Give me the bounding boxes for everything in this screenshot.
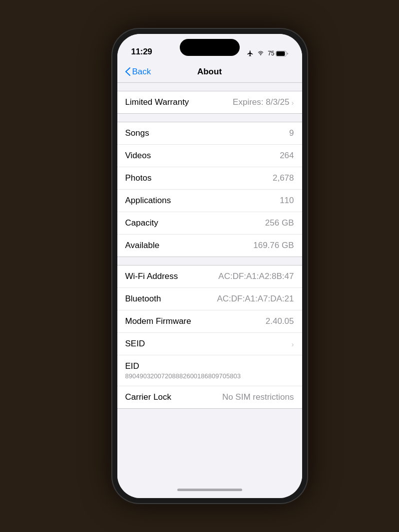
warranty-section: Limited Warranty Expires: 8/3/25 ›	[117, 91, 302, 114]
modem-firmware-value: 2.40.05	[266, 316, 294, 326]
eid-label: EID	[125, 361, 139, 371]
phone-device: 11:29 75	[112, 29, 307, 503]
battery-body-icon	[276, 50, 288, 57]
back-button[interactable]: Back	[125, 67, 151, 77]
status-time: 11:29	[131, 47, 152, 57]
capacity-row: Capacity 256 GB	[117, 212, 302, 235]
available-row: Available 169.76 GB	[117, 235, 302, 257]
wifi-address-row: Wi-Fi Address AC:DF:A1:A2:8B:47	[117, 266, 302, 288]
battery-percent: 75	[268, 50, 274, 57]
bluetooth-row: Bluetooth AC:DF:A1:A7:DA:21	[117, 288, 302, 310]
applications-value: 110	[280, 196, 294, 206]
seid-row[interactable]: SEID ›	[117, 333, 302, 355]
phone-screen: 11:29 75	[117, 34, 302, 498]
bluetooth-label: Bluetooth	[125, 294, 161, 304]
carrier-lock-value: No SIM restrictions	[222, 392, 294, 402]
videos-label: Videos	[125, 151, 151, 161]
photos-row: Photos 2,678	[117, 167, 302, 190]
capacity-value: 256 GB	[265, 218, 294, 228]
svg-rect-1	[276, 51, 285, 56]
nav-bar: Back About	[117, 61, 302, 83]
nav-title: About	[197, 67, 222, 77]
seid-chevron-icon: ›	[292, 340, 294, 348]
applications-row: Applications 110	[117, 190, 302, 212]
warranty-row[interactable]: Limited Warranty Expires: 8/3/25 ›	[117, 91, 302, 113]
videos-row: Videos 264	[117, 145, 302, 167]
seid-value: ›	[292, 340, 294, 348]
warranty-value: Expires: 8/3/25 ›	[233, 97, 294, 107]
wifi-icon	[257, 50, 265, 56]
songs-label: Songs	[125, 128, 149, 138]
carrier-lock-row: Carrier Lock No SIM restrictions	[117, 386, 302, 408]
wifi-address-label: Wi-Fi Address	[125, 271, 178, 281]
available-label: Available	[125, 241, 160, 251]
songs-row: Songs 9	[117, 122, 302, 145]
applications-label: Applications	[125, 196, 171, 206]
status-icons: 75	[247, 50, 288, 57]
back-label: Back	[132, 67, 151, 77]
photos-label: Photos	[125, 173, 152, 183]
status-bar: 11:29 75	[117, 34, 302, 61]
warranty-label: Limited Warranty	[125, 97, 189, 107]
home-bar	[177, 489, 242, 491]
modem-firmware-row: Modem Firmware 2.40.05	[117, 310, 302, 333]
network-section: Wi-Fi Address AC:DF:A1:A2:8B:47 Bluetoot…	[117, 265, 302, 409]
battery-icon: 75	[268, 50, 288, 57]
wifi-address-value: AC:DF:A1:A2:8B:47	[218, 271, 294, 281]
eid-value: 89049032007208882600186809705803	[125, 372, 241, 380]
back-chevron-icon	[125, 67, 130, 76]
media-section: Songs 9 Videos 264 Photos 2,678 Applicat…	[117, 122, 302, 257]
modem-firmware-label: Modem Firmware	[125, 316, 191, 326]
available-value: 169.76 GB	[253, 241, 294, 251]
carrier-lock-label: Carrier Lock	[125, 392, 172, 402]
bluetooth-value: AC:DF:A1:A7:DA:21	[217, 294, 294, 304]
warranty-chevron-icon: ›	[292, 98, 294, 107]
videos-value: 264	[280, 151, 294, 161]
photos-value: 2,678	[273, 173, 294, 183]
content-area[interactable]: Limited Warranty Expires: 8/3/25 › Songs…	[117, 83, 302, 481]
seid-label: SEID	[125, 339, 145, 349]
home-indicator	[117, 481, 302, 498]
dynamic-island	[180, 39, 240, 56]
songs-value: 9	[289, 128, 294, 138]
capacity-label: Capacity	[125, 218, 158, 228]
airplane-icon	[247, 50, 254, 57]
eid-row: EID 89049032007208882600186809705803	[117, 355, 302, 386]
